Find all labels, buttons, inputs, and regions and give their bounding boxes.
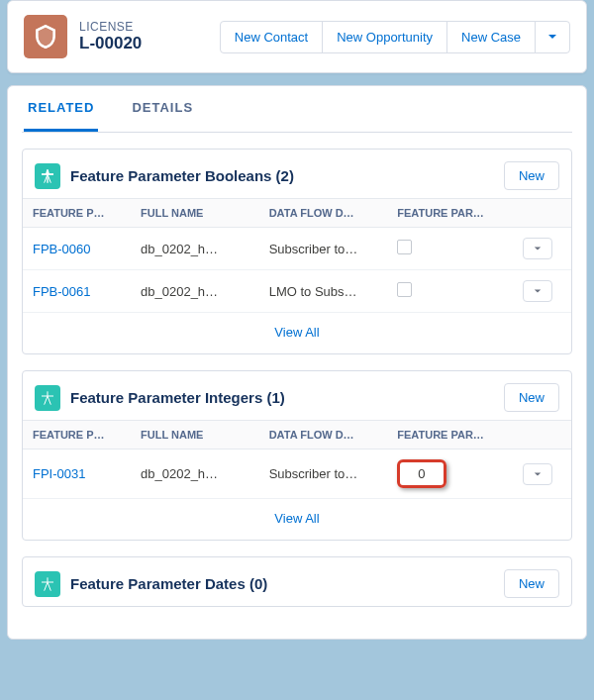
booleans-card: Feature Parameter Booleans (2) New FEATU… [22,149,572,354]
col-fullname[interactable]: FULL NAME [131,199,259,228]
header-actions: New Contact New Opportunity New Case [220,21,570,53]
booleans-table: FEATURE P… FULL NAME DATA FLOW D… FEATUR… [23,198,571,313]
col-dataflow[interactable]: DATA FLOW D… [259,421,388,450]
row-action-button[interactable] [523,238,552,259]
col-id[interactable]: FEATURE P… [23,421,131,450]
more-actions-button[interactable] [535,21,570,53]
new-contact-button[interactable]: New Contact [220,21,323,53]
checkbox[interactable] [397,282,412,297]
row-action-button[interactable] [523,280,552,302]
caret-down-icon [534,287,542,295]
new-case-button[interactable]: New Case [446,21,536,53]
checkbox[interactable] [397,240,412,254]
integers-table: FEATURE P… FULL NAME DATA FLOW D… FEATUR… [23,420,571,499]
col-value[interactable]: FEATURE PAR… [387,199,513,228]
integers-new-button[interactable]: New [504,383,559,412]
cell-dataflow: Subscriber to… [259,228,388,270]
license-icon [24,15,67,58]
table-row: FPB-0061 db_0202_h… LMO to Subs… [23,270,571,313]
cell-fullname: db_0202_h… [131,228,259,270]
tab-related[interactable]: RELATED [24,86,98,132]
integers-card: Feature Parameter Integers (1) New FEATU… [22,370,572,541]
record-link[interactable]: FPI-0031 [23,450,131,499]
integers-title: Feature Parameter Integers (1) [70,389,285,406]
booleans-new-button[interactable]: New [504,161,559,190]
caret-down-icon [534,245,542,252]
tabs: RELATED DETAILS [22,86,572,133]
cell-fullname: db_0202_h… [131,450,259,499]
row-action-button[interactable] [523,463,552,485]
record-link[interactable]: FPB-0060 [23,228,131,270]
cell-dataflow: Subscriber to… [259,450,388,499]
feature-icon [35,571,60,597]
caret-down-icon [534,470,542,478]
record-link[interactable]: FPB-0061 [23,270,131,313]
dates-card: Feature Parameter Dates (0) New [22,556,572,607]
record-name: L-00020 [79,34,142,53]
cell-dataflow: LMO to Subs… [259,270,388,313]
col-id[interactable]: FEATURE P… [23,199,131,228]
table-row: FPI-0031 db_0202_h… Subscriber to… 0 [23,450,571,499]
dates-title: Feature Parameter Dates (0) [70,575,267,592]
feature-icon [35,163,60,189]
new-opportunity-button[interactable]: New Opportunity [322,21,447,53]
table-row: FPB-0060 db_0202_h… Subscriber to… [23,228,571,270]
record-header: LICENSE L-00020 New Contact New Opportun… [7,0,587,73]
col-dataflow[interactable]: DATA FLOW D… [259,199,388,228]
main-panel: RELATED DETAILS Feature Parameter Boolea… [7,85,587,640]
integers-view-all[interactable]: View All [23,499,571,540]
caret-down-icon [547,32,557,42]
dates-new-button[interactable]: New [504,569,559,598]
booleans-view-all[interactable]: View All [23,313,571,353]
booleans-title: Feature Parameter Booleans (2) [70,167,294,184]
cell-fullname: db_0202_h… [131,270,259,313]
col-value[interactable]: FEATURE PAR… [387,421,513,450]
integer-value-highlighted[interactable]: 0 [397,459,446,488]
tab-details[interactable]: DETAILS [128,86,197,132]
object-label: LICENSE [79,20,142,34]
feature-icon [35,385,60,411]
col-fullname[interactable]: FULL NAME [131,421,259,450]
